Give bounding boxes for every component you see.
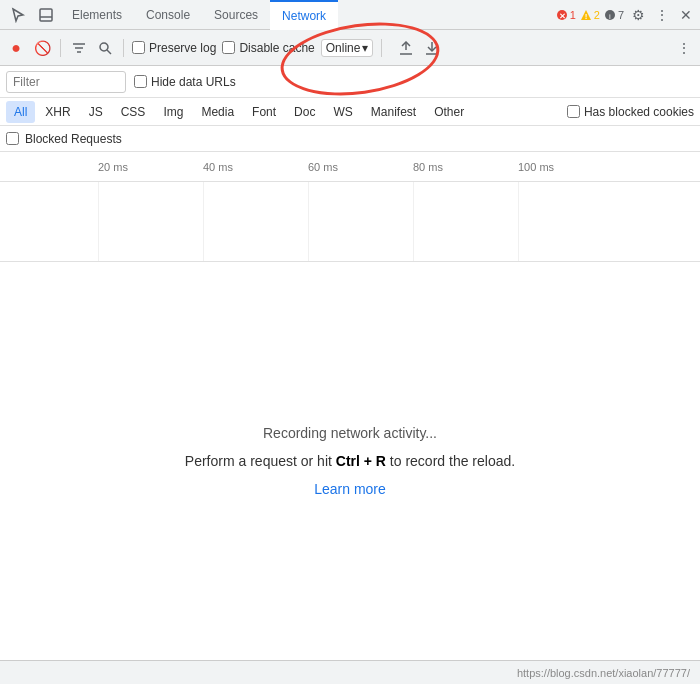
- warning-badge: ! 2: [580, 9, 600, 21]
- grid-line-3: [308, 182, 309, 261]
- filter-toggle-button[interactable]: [69, 38, 89, 58]
- network-toolbar: ● 🚫 Preserve log Disable cache O: [0, 30, 700, 66]
- type-btn-ws[interactable]: WS: [325, 101, 360, 123]
- perform-instruction: Perform a request or hit Ctrl + R to rec…: [185, 453, 515, 469]
- devtools-window: Elements Console Sources Network ✕ 1: [0, 0, 700, 684]
- tab-bar: Elements Console Sources Network ✕ 1: [0, 0, 700, 30]
- tab-elements[interactable]: Elements: [60, 0, 134, 30]
- type-btn-manifest[interactable]: Manifest: [363, 101, 424, 123]
- type-btn-img[interactable]: Img: [155, 101, 191, 123]
- type-btn-all[interactable]: All: [6, 101, 35, 123]
- warning-icon: !: [580, 9, 592, 21]
- error-badge: ✕ 1: [556, 9, 576, 21]
- type-btn-css[interactable]: CSS: [113, 101, 154, 123]
- toolbar-divider-2: [123, 39, 124, 57]
- toolbar-right: ⋮: [674, 38, 694, 58]
- disable-cache-checkbox-label[interactable]: Disable cache: [222, 41, 314, 55]
- type-btn-media[interactable]: Media: [193, 101, 242, 123]
- svg-text:i: i: [609, 11, 611, 20]
- chevron-down-icon: ▾: [362, 41, 368, 55]
- tab-sources[interactable]: Sources: [202, 0, 270, 30]
- svg-line-12: [107, 50, 111, 54]
- learn-more-link[interactable]: Learn more: [314, 481, 386, 497]
- settings-button[interactable]: ⚙: [628, 5, 648, 25]
- svg-text:!: !: [584, 12, 587, 21]
- recording-text: Recording network activity...: [263, 425, 437, 441]
- blocked-requests-checkbox[interactable]: [6, 132, 19, 145]
- has-blocked-cookies-label[interactable]: Has blocked cookies: [567, 105, 694, 119]
- search-icon: [98, 41, 112, 55]
- filter-icon: [72, 41, 86, 55]
- info-badge: i 7: [604, 9, 624, 21]
- tab-bar-right: ✕ 1 ! 2 i 7 ⚙ ⋮ ✕: [556, 5, 696, 25]
- type-filter-row: All XHR JS CSS Img Media Font Doc WS Man…: [0, 98, 700, 126]
- svg-text:✕: ✕: [558, 11, 565, 20]
- throttle-select[interactable]: Online ▾: [321, 39, 374, 57]
- toolbar-divider-3: [381, 39, 382, 57]
- shortcut-text: Ctrl + R: [336, 453, 386, 469]
- grid-line-5: [518, 182, 519, 261]
- tab-bar-left: Elements Console Sources Network: [4, 0, 338, 30]
- svg-rect-0: [40, 9, 52, 21]
- grid-line-1: [98, 182, 99, 261]
- search-button[interactable]: [95, 38, 115, 58]
- devtools-cursor-icon[interactable]: [4, 0, 32, 30]
- timeline-chart: [0, 182, 700, 262]
- clear-button[interactable]: 🚫: [32, 38, 52, 58]
- grid-line-2: [203, 182, 204, 261]
- record-button[interactable]: ●: [6, 38, 26, 58]
- disable-cache-checkbox[interactable]: [222, 41, 235, 54]
- footer-url: https://blog.csdn.net/xiaolan/77777/: [517, 667, 690, 679]
- type-btn-js[interactable]: JS: [81, 101, 111, 123]
- export-button[interactable]: [422, 38, 442, 58]
- type-btn-xhr[interactable]: XHR: [37, 101, 78, 123]
- timeline-tick-4: 80 ms: [413, 161, 443, 173]
- dock-icon[interactable]: [32, 0, 60, 30]
- upload-icon: [399, 41, 413, 55]
- preserve-log-checkbox-label[interactable]: Preserve log: [132, 41, 216, 55]
- more-options-button[interactable]: ⋮: [674, 38, 694, 58]
- grid-line-4: [413, 182, 414, 261]
- timeline-tick-5: 100 ms: [518, 161, 554, 173]
- tab-network[interactable]: Network: [270, 0, 338, 30]
- type-btn-doc[interactable]: Doc: [286, 101, 323, 123]
- has-blocked-cookies-checkbox[interactable]: [567, 105, 580, 118]
- more-button[interactable]: ⋮: [652, 5, 672, 25]
- timeline-tick-2: 40 ms: [203, 161, 233, 173]
- blocked-requests-row: Blocked Requests: [0, 126, 700, 152]
- empty-state: Recording network activity... Perform a …: [0, 262, 700, 660]
- type-btn-font[interactable]: Font: [244, 101, 284, 123]
- close-button[interactable]: ✕: [676, 5, 696, 25]
- preserve-log-checkbox[interactable]: [132, 41, 145, 54]
- tab-console[interactable]: Console: [134, 0, 202, 30]
- import-button[interactable]: [396, 38, 416, 58]
- hide-data-checkbox-label[interactable]: Hide data URLs: [134, 75, 236, 89]
- type-btn-other[interactable]: Other: [426, 101, 472, 123]
- footer: https://blog.csdn.net/xiaolan/77777/: [0, 660, 700, 684]
- timeline-header: 20 ms 40 ms 60 ms 80 ms 100 ms: [0, 152, 700, 182]
- info-icon: i: [604, 9, 616, 21]
- timeline-tick-3: 60 ms: [308, 161, 338, 173]
- toolbar-divider-1: [60, 39, 61, 57]
- timeline-tick-1: 20 ms: [98, 161, 128, 173]
- download-icon: [425, 41, 439, 55]
- hide-data-checkbox[interactable]: [134, 75, 147, 88]
- filter-input[interactable]: [6, 71, 126, 93]
- error-icon: ✕: [556, 9, 568, 21]
- filter-row: Hide data URLs: [0, 66, 700, 98]
- svg-point-11: [100, 43, 108, 51]
